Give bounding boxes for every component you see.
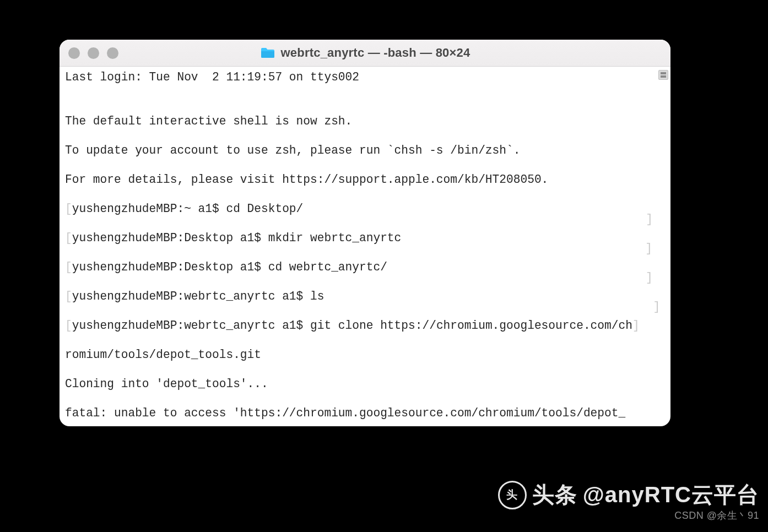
terminal-line: [yushengzhudeMBP:webrtc_anyrtc a1$ git c… [65, 318, 670, 333]
terminal-line: [yushengzhudeMBP:~ a1$ cd Desktop/] [65, 202, 670, 216]
terminal-line: For more details, please visit https://s… [65, 172, 670, 187]
terminal-line: fatal: unable to access 'https://chromiu… [65, 406, 670, 421]
scrollbar-marker-icon[interactable] [658, 70, 668, 80]
terminal-line: romium/tools/depot_tools.git [65, 348, 670, 362]
watermark-text: @anyRTC云平台 [583, 480, 759, 510]
terminal-window: webrtc_anyrtc — -bash — 80×24 Last login… [60, 40, 670, 426]
toutiao-icon: 头 [498, 481, 527, 509]
watermark-prefix: 头条 [532, 480, 577, 510]
watermark-csdn: CSDN @余生丶91 [674, 509, 759, 522]
window-title: webrtc_anyrtc — -bash — 80×24 [281, 46, 470, 60]
terminal-output[interactable]: Last login: Tue Nov 2 11:19:57 on ttys00… [60, 67, 670, 426]
terminal-line: The default interactive shell is now zsh… [65, 114, 670, 129]
terminal-line: Cloning into 'depot_tools'... [65, 377, 670, 392]
terminal-line: [yushengzhudeMBP:webrtc_anyrtc a1$ ls] [65, 289, 670, 304]
folder-icon [260, 47, 275, 59]
terminal-line: To update your account to use zsh, pleas… [65, 143, 670, 158]
close-icon[interactable] [68, 47, 80, 59]
terminal-line: [yushengzhudeMBP:Desktop a1$ cd webrtc_a… [65, 260, 670, 275]
terminal-line: Last login: Tue Nov 2 11:19:57 on ttys00… [65, 70, 670, 85]
minimize-icon[interactable] [88, 47, 99, 59]
terminal-body[interactable]: Last login: Tue Nov 2 11:19:57 on ttys00… [60, 67, 670, 426]
terminal-line: [yushengzhudeMBP:Desktop a1$ mkdir webrt… [65, 231, 670, 246]
watermark-brand: 头 头条 @anyRTC云平台 [498, 480, 759, 510]
titlebar[interactable]: webrtc_anyrtc — -bash — 80×24 [60, 40, 670, 67]
traffic-lights [68, 47, 118, 59]
zoom-icon[interactable] [107, 47, 118, 59]
